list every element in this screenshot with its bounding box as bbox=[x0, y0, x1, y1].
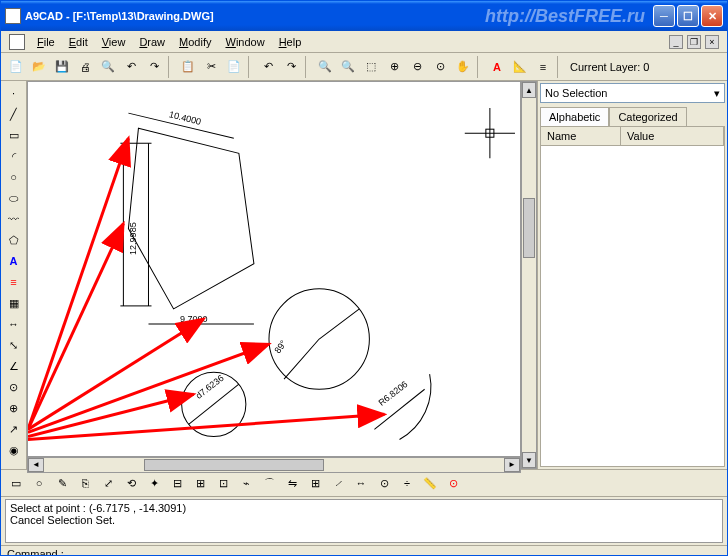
polygon-tool[interactable]: ⬠ bbox=[3, 230, 25, 250]
zoom-all-button[interactable]: ⊙ bbox=[429, 56, 451, 78]
command-input[interactable]: Command : bbox=[1, 545, 727, 556]
mtext-tool[interactable]: ≡ bbox=[3, 272, 25, 292]
selection-dropdown[interactable]: No Selection ▾ bbox=[540, 83, 725, 103]
scroll-left-button[interactable]: ◄ bbox=[28, 458, 44, 472]
save-button[interactable]: 💾 bbox=[51, 56, 73, 78]
main-toolbar: 📄 📂 💾 🖨 🔍 ↶ ↷ 📋 ✂ 📄 ↶ ↷ 🔍 🔍 ⬚ ⊕ ⊖ ⊙ ✋ A … bbox=[1, 53, 727, 81]
cut-button[interactable]: ✂ bbox=[200, 56, 222, 78]
measure-tool[interactable]: 📏 bbox=[419, 472, 441, 494]
line-tool[interactable]: ╱ bbox=[3, 104, 25, 124]
properties-grid[interactable]: Name Value bbox=[540, 126, 725, 467]
cmd-line: Select at point : (-6.7175 , -14.3091) bbox=[10, 502, 718, 514]
doc-icon bbox=[9, 34, 25, 50]
menu-file[interactable]: File bbox=[31, 34, 61, 50]
scroll-thumb[interactable] bbox=[523, 198, 535, 258]
explode-tool[interactable]: ✦ bbox=[143, 472, 165, 494]
leader-tool[interactable]: ↗ bbox=[3, 419, 25, 439]
join-tool[interactable]: ⟋ bbox=[327, 472, 349, 494]
layer-button[interactable]: ≡ bbox=[532, 56, 554, 78]
menu-view[interactable]: View bbox=[96, 34, 132, 50]
mirror-tool[interactable]: ⇋ bbox=[281, 472, 303, 494]
rect-tool[interactable]: ▭ bbox=[3, 125, 25, 145]
mdi-close-button[interactable]: × bbox=[705, 35, 719, 49]
break-tool[interactable]: ⌁ bbox=[235, 472, 257, 494]
find-button[interactable]: 🔍 bbox=[97, 56, 119, 78]
mdi-restore-button[interactable]: ❐ bbox=[687, 35, 701, 49]
drawing-canvas[interactable]: 10.4000 12.9985 9.7090 89° d7.6236 bbox=[27, 81, 521, 457]
menu-help[interactable]: Help bbox=[273, 34, 308, 50]
extend-tool[interactable]: ⊞ bbox=[189, 472, 211, 494]
text-tool[interactable]: A bbox=[3, 251, 25, 271]
fillet-tool[interactable]: ⌒ bbox=[258, 472, 280, 494]
scroll-thumb[interactable] bbox=[144, 459, 324, 471]
block-tool[interactable]: ◉ bbox=[3, 440, 25, 460]
minimize-button[interactable]: ─ bbox=[653, 5, 675, 27]
dim-linear-tool[interactable]: ↔ bbox=[3, 314, 25, 334]
text-button[interactable]: A bbox=[486, 56, 508, 78]
menu-edit[interactable]: Edit bbox=[63, 34, 94, 50]
dim-label: 10.4000 bbox=[168, 109, 202, 127]
col-name[interactable]: Name bbox=[541, 127, 621, 145]
scroll-up-button[interactable]: ▲ bbox=[522, 82, 536, 98]
dim-label: R6.8206 bbox=[377, 379, 410, 408]
zoom-in-button[interactable]: 🔍 bbox=[314, 56, 336, 78]
horizontal-scrollbar[interactable]: ◄ ► bbox=[27, 457, 521, 473]
paste-button[interactable]: 📄 bbox=[223, 56, 245, 78]
selection-label: No Selection bbox=[545, 87, 607, 99]
trim-tool[interactable]: ⊟ bbox=[166, 472, 188, 494]
move-tool[interactable]: ✎ bbox=[51, 472, 73, 494]
erase-tool[interactable]: ○ bbox=[28, 472, 50, 494]
copy-button[interactable]: 📋 bbox=[177, 56, 199, 78]
dim-radius-tool[interactable]: ⊙ bbox=[3, 377, 25, 397]
scroll-right-button[interactable]: ► bbox=[504, 458, 520, 472]
dim-ord-tool[interactable]: ⊕ bbox=[3, 398, 25, 418]
undo-button[interactable]: ↶ bbox=[120, 56, 142, 78]
redo2-button[interactable]: ↷ bbox=[280, 56, 302, 78]
dim-aligned-tool[interactable]: ⤡ bbox=[3, 335, 25, 355]
offset-tool[interactable]: ⊡ bbox=[212, 472, 234, 494]
array-tool[interactable]: ⊞ bbox=[304, 472, 326, 494]
arc-tool[interactable]: ◜ bbox=[3, 146, 25, 166]
dim-button[interactable]: 📐 bbox=[509, 56, 531, 78]
zoom-out-button[interactable]: 🔍 bbox=[337, 56, 359, 78]
print-button[interactable]: 🖨 bbox=[74, 56, 96, 78]
mdi-minimize-button[interactable]: _ bbox=[669, 35, 683, 49]
align-tool[interactable]: ⊙ bbox=[373, 472, 395, 494]
col-value[interactable]: Value bbox=[621, 127, 724, 145]
close-button[interactable]: ✕ bbox=[701, 5, 723, 27]
zoom-extents-button[interactable]: ⊕ bbox=[383, 56, 405, 78]
hatch-tool[interactable]: ▦ bbox=[3, 293, 25, 313]
stretch-tool[interactable]: ↔ bbox=[350, 472, 372, 494]
tab-categorized[interactable]: Categorized bbox=[609, 107, 686, 126]
zoom-prev-button[interactable]: ⊖ bbox=[406, 56, 428, 78]
circle-tool[interactable]: ○ bbox=[3, 167, 25, 187]
copy-tool[interactable]: ⎘ bbox=[74, 472, 96, 494]
titlebar: A9CAD - [F:\Temp\13\Drawing.DWG] http://… bbox=[1, 1, 727, 31]
scroll-down-button[interactable]: ▼ bbox=[522, 452, 536, 468]
zoom-window-button[interactable]: ⬚ bbox=[360, 56, 382, 78]
divide-tool[interactable]: ÷ bbox=[396, 472, 418, 494]
dim-angle-tool[interactable]: ∠ bbox=[3, 356, 25, 376]
select-tool[interactable]: ▭ bbox=[5, 472, 27, 494]
menu-window[interactable]: Window bbox=[219, 34, 270, 50]
new-button[interactable]: 📄 bbox=[5, 56, 27, 78]
menu-modify[interactable]: Modify bbox=[173, 34, 217, 50]
point-tool[interactable]: · bbox=[3, 83, 25, 103]
osnap-tool[interactable]: ⊙ bbox=[442, 472, 464, 494]
scale-tool[interactable]: ⤢ bbox=[97, 472, 119, 494]
polyline-tool[interactable]: 〰 bbox=[3, 209, 25, 229]
maximize-button[interactable]: ☐ bbox=[677, 5, 699, 27]
dim-label: 12.9985 bbox=[128, 222, 138, 255]
pan-button[interactable]: ✋ bbox=[452, 56, 474, 78]
current-layer-label: Current Layer: 0 bbox=[566, 61, 653, 73]
ellipse-tool[interactable]: ⬭ bbox=[3, 188, 25, 208]
redo-button[interactable]: ↷ bbox=[143, 56, 165, 78]
rotate-tool[interactable]: ⟲ bbox=[120, 472, 142, 494]
menu-draw[interactable]: Draw bbox=[133, 34, 171, 50]
undo2-button[interactable]: ↶ bbox=[257, 56, 279, 78]
vertical-scrollbar[interactable]: ▲ ▼ bbox=[521, 81, 537, 469]
open-button[interactable]: 📂 bbox=[28, 56, 50, 78]
command-history[interactable]: Select at point : (-6.7175 , -14.3091) C… bbox=[5, 499, 723, 543]
tab-alphabetic[interactable]: Alphabetic bbox=[540, 107, 609, 126]
svg-line-13 bbox=[28, 344, 269, 432]
